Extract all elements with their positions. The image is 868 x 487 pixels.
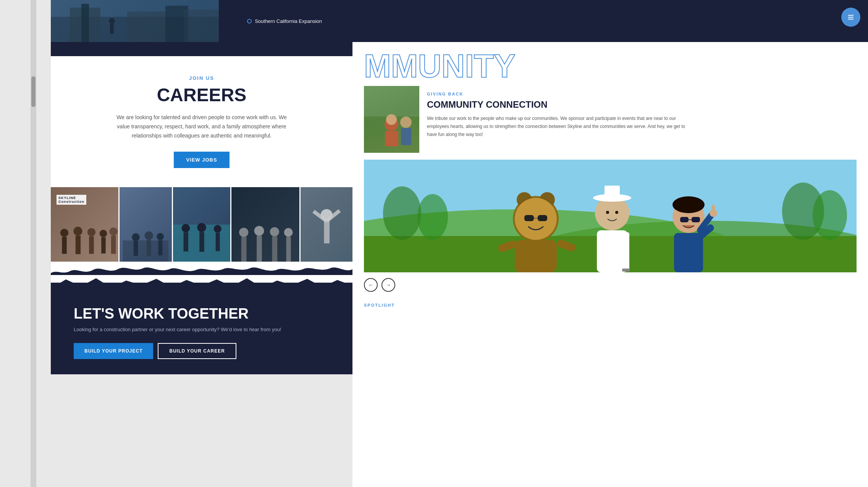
gallery-photo-5 — [301, 187, 352, 262]
svg-rect-64 — [524, 215, 534, 221]
lets-work-title: LET'S WORK TOGETHER — [74, 306, 330, 322]
svg-rect-10 — [76, 236, 81, 254]
timeline-text: Southern California Expansion — [255, 18, 322, 24]
main-content-area: Southern California Expansion JOIN US CA… — [51, 0, 352, 374]
svg-point-73 — [606, 211, 609, 214]
svg-rect-8 — [62, 237, 66, 254]
svg-rect-6 — [110, 24, 114, 34]
svg-point-32 — [254, 226, 264, 236]
svg-point-11 — [87, 228, 95, 236]
svg-rect-72 — [605, 186, 620, 199]
footer-dark-section: LET'S WORK TOGETHER Looking for a constr… — [51, 283, 352, 374]
svg-point-30 — [239, 228, 248, 237]
white-to-dark-transition — [51, 262, 352, 275]
gallery-photo-4 — [231, 187, 299, 262]
svg-point-79 — [672, 196, 705, 213]
svg-rect-81 — [692, 217, 700, 222]
svg-rect-25 — [183, 233, 188, 252]
careers-title: CAREERS — [66, 84, 337, 105]
scrollbar[interactable] — [31, 0, 36, 487]
svg-point-50 — [400, 116, 412, 128]
careers-description: We are looking for talented and driven p… — [114, 113, 289, 140]
svg-point-28 — [214, 225, 221, 233]
svg-rect-21 — [147, 240, 151, 256]
svg-point-15 — [109, 228, 117, 236]
careers-section: JOIN US CAREERS We are looking for talen… — [51, 52, 352, 183]
right-panel: MMUNITY — [352, 0, 868, 487]
svg-rect-1 — [81, 4, 89, 42]
svg-point-36 — [284, 228, 293, 237]
carousel-next-button[interactable]: → — [381, 278, 395, 292]
svg-rect-45 — [364, 86, 419, 116]
header-image — [51, 0, 219, 42]
svg-rect-4 — [184, 10, 219, 42]
paint-stroke-divider — [51, 42, 352, 52]
svg-point-22 — [157, 233, 164, 240]
timeline-dot — [247, 19, 252, 23]
svg-rect-77 — [622, 269, 630, 272]
svg-rect-80 — [680, 217, 689, 222]
svg-point-56 — [383, 186, 421, 240]
photo-gallery: SKYLINEConstruction — [51, 187, 352, 262]
svg-rect-65 — [538, 215, 547, 221]
transition-wave-svg — [51, 262, 352, 275]
svg-point-49 — [386, 114, 397, 125]
community-small-image — [364, 86, 419, 153]
spotlight-label: SPOTLIGHT — [364, 303, 395, 307]
svg-rect-29 — [216, 233, 220, 251]
svg-rect-33 — [257, 236, 262, 262]
top-dark-header: Southern California Expansion — [51, 0, 352, 42]
build-project-button[interactable]: BUILD YOUR PROJECT — [74, 343, 153, 359]
gallery-photo-3 — [173, 187, 230, 262]
build-career-button[interactable]: BUILD YOUR CAREER — [158, 343, 236, 359]
carousel-prev-button[interactable]: ← — [364, 278, 378, 292]
svg-rect-51 — [401, 128, 411, 145]
svg-rect-27 — [199, 232, 204, 252]
svg-rect-67 — [515, 240, 557, 272]
community-text-block: GIVING BACK COMMUNITY CONNECTION We trib… — [427, 86, 857, 153]
svg-rect-44 — [848, 19, 853, 19]
carousel-controls: ← → — [352, 272, 868, 298]
svg-rect-48 — [385, 131, 398, 146]
svg-rect-42 — [848, 15, 853, 16]
svg-point-9 — [73, 227, 82, 236]
gallery-photo-1: SKYLINEConstruction — [51, 187, 118, 262]
svg-rect-14 — [101, 238, 106, 254]
svg-rect-87 — [712, 205, 715, 214]
gallery-photo-2 — [120, 187, 171, 262]
right-top-dark-bar — [352, 0, 868, 42]
svg-rect-2 — [127, 11, 165, 42]
golf-scene-svg — [364, 160, 857, 272]
join-us-label: JOIN US — [66, 74, 337, 81]
svg-rect-31 — [241, 237, 247, 262]
svg-rect-43 — [848, 17, 853, 18]
svg-rect-75 — [597, 230, 627, 272]
svg-point-24 — [181, 224, 190, 233]
spotlight-section: SPOTLIGHT — [352, 298, 868, 312]
svg-rect-35 — [272, 236, 278, 262]
svg-rect-16 — [111, 236, 116, 254]
svg-point-57 — [417, 194, 448, 240]
svg-point-20 — [145, 231, 153, 240]
circle-button[interactable] — [841, 8, 860, 27]
svg-point-63 — [515, 198, 557, 240]
svg-rect-76 — [624, 232, 629, 270]
footer-buttons: BUILD YOUR PROJECT BUILD YOUR CAREER — [74, 343, 330, 359]
community-heading: MMUNITY — [364, 50, 857, 82]
svg-rect-19 — [134, 241, 138, 256]
community-connection-title: COMMUNITY CONNECTION — [427, 99, 857, 110]
scrollbar-thumb[interactable] — [31, 76, 36, 107]
community-section: MMUNITY — [352, 42, 868, 272]
paint-stroke-svg — [51, 47, 352, 56]
svg-point-7 — [60, 229, 68, 237]
svg-rect-12 — [89, 236, 94, 254]
menu-icon — [847, 13, 855, 21]
svg-point-13 — [100, 230, 107, 238]
svg-rect-83 — [674, 233, 703, 272]
svg-rect-41 — [324, 221, 330, 243]
giving-back-label: GIVING BACK — [427, 92, 857, 96]
svg-rect-37 — [286, 237, 291, 262]
lets-work-desc: Looking for a construction partner or yo… — [74, 327, 330, 332]
svg-point-74 — [615, 211, 618, 214]
view-jobs-button[interactable]: VIEW JOBS — [174, 152, 229, 168]
